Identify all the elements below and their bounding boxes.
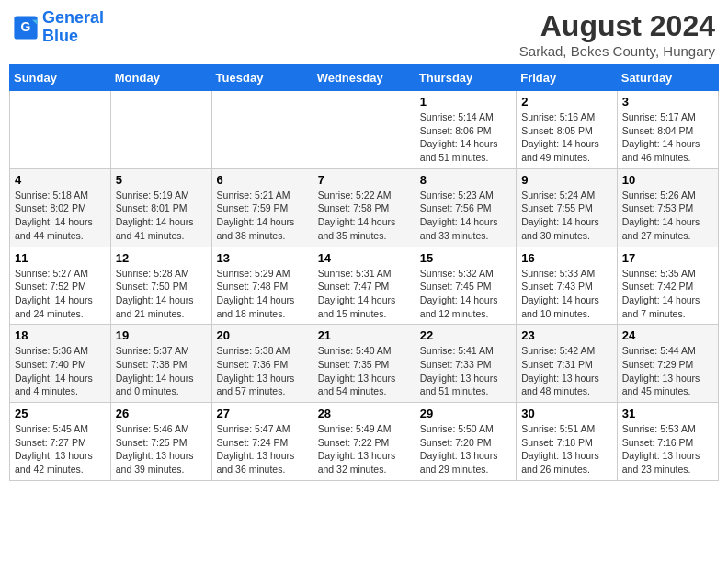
days-of-week-row: SundayMondayTuesdayWednesdayThursdayFrid… xyxy=(10,65,719,91)
logo: G General Blue xyxy=(13,9,104,46)
calendar-cell: 28Sunrise: 5:49 AM Sunset: 7:22 PM Dayli… xyxy=(313,403,415,481)
day-number: 16 xyxy=(521,251,612,265)
day-number: 25 xyxy=(15,407,106,420)
day-info: Sunrise: 5:18 AM Sunset: 8:02 PM Dayligh… xyxy=(15,189,106,243)
day-number: 11 xyxy=(15,251,106,265)
calendar-cell: 18Sunrise: 5:36 AM Sunset: 7:40 PM Dayli… xyxy=(10,325,111,403)
day-info: Sunrise: 5:47 AM Sunset: 7:24 PM Dayligh… xyxy=(217,422,308,477)
calendar-cell: 15Sunrise: 5:32 AM Sunset: 7:45 PM Dayli… xyxy=(415,247,516,325)
day-number: 18 xyxy=(15,328,106,342)
calendar-cell xyxy=(110,91,211,169)
calendar-week-1: 1Sunrise: 5:14 AM Sunset: 8:06 PM Daylig… xyxy=(10,91,719,169)
day-number: 26 xyxy=(116,407,207,420)
main-title: August 2024 xyxy=(519,9,715,43)
calendar-week-4: 18Sunrise: 5:36 AM Sunset: 7:40 PM Dayli… xyxy=(10,325,719,403)
calendar-cell: 11Sunrise: 5:27 AM Sunset: 7:52 PM Dayli… xyxy=(10,247,111,325)
day-number: 3 xyxy=(622,95,713,109)
day-info: Sunrise: 5:45 AM Sunset: 7:27 PM Dayligh… xyxy=(15,422,106,477)
calendar-cell: 25Sunrise: 5:45 AM Sunset: 7:27 PM Dayli… xyxy=(10,403,111,481)
logo-blue: Blue xyxy=(42,27,78,45)
logo-general: General xyxy=(42,8,104,27)
calendar-cell: 10Sunrise: 5:26 AM Sunset: 7:53 PM Dayli… xyxy=(617,168,718,247)
day-info: Sunrise: 5:33 AM Sunset: 7:43 PM Dayligh… xyxy=(521,267,612,321)
day-info: Sunrise: 5:50 AM Sunset: 7:20 PM Dayligh… xyxy=(420,422,511,477)
calendar-cell: 19Sunrise: 5:37 AM Sunset: 7:38 PM Dayli… xyxy=(110,325,211,403)
day-number: 6 xyxy=(217,173,308,187)
day-info: Sunrise: 5:46 AM Sunset: 7:25 PM Dayligh… xyxy=(116,422,207,477)
day-number: 27 xyxy=(217,407,308,420)
calendar-cell: 13Sunrise: 5:29 AM Sunset: 7:48 PM Dayli… xyxy=(211,247,313,325)
day-info: Sunrise: 5:14 AM Sunset: 8:06 PM Dayligh… xyxy=(420,110,511,165)
calendar-cell: 29Sunrise: 5:50 AM Sunset: 7:20 PM Dayli… xyxy=(415,403,516,481)
calendar-cell: 31Sunrise: 5:53 AM Sunset: 7:16 PM Dayli… xyxy=(617,403,718,481)
page-header: G General Blue August 2024 Sarkad, Bekes… xyxy=(9,9,719,59)
calendar-cell: 20Sunrise: 5:38 AM Sunset: 7:36 PM Dayli… xyxy=(211,325,313,403)
calendar-cell: 27Sunrise: 5:47 AM Sunset: 7:24 PM Dayli… xyxy=(211,403,313,481)
sub-title: Sarkad, Bekes County, Hungary xyxy=(519,43,715,59)
calendar-cell: 8Sunrise: 5:23 AM Sunset: 7:56 PM Daylig… xyxy=(415,168,516,247)
day-info: Sunrise: 5:27 AM Sunset: 7:52 PM Dayligh… xyxy=(15,267,106,321)
calendar-week-5: 25Sunrise: 5:45 AM Sunset: 7:27 PM Dayli… xyxy=(10,403,719,481)
day-number: 20 xyxy=(217,328,308,342)
calendar-cell: 26Sunrise: 5:46 AM Sunset: 7:25 PM Dayli… xyxy=(110,403,211,481)
day-info: Sunrise: 5:23 AM Sunset: 7:56 PM Dayligh… xyxy=(420,189,511,243)
calendar-cell: 7Sunrise: 5:22 AM Sunset: 7:58 PM Daylig… xyxy=(313,168,415,247)
day-info: Sunrise: 5:16 AM Sunset: 8:05 PM Dayligh… xyxy=(521,110,612,165)
day-info: Sunrise: 5:26 AM Sunset: 7:53 PM Dayligh… xyxy=(622,189,713,243)
day-info: Sunrise: 5:42 AM Sunset: 7:31 PM Dayligh… xyxy=(521,344,612,398)
day-info: Sunrise: 5:41 AM Sunset: 7:33 PM Dayligh… xyxy=(420,344,511,398)
calendar-body: 1Sunrise: 5:14 AM Sunset: 8:06 PM Daylig… xyxy=(10,91,719,481)
calendar-cell: 5Sunrise: 5:19 AM Sunset: 8:01 PM Daylig… xyxy=(110,168,211,247)
calendar-week-3: 11Sunrise: 5:27 AM Sunset: 7:52 PM Dayli… xyxy=(10,247,719,325)
day-header-sunday: Sunday xyxy=(10,65,111,91)
day-number: 8 xyxy=(420,173,511,187)
day-number: 19 xyxy=(116,328,207,342)
calendar-cell: 24Sunrise: 5:44 AM Sunset: 7:29 PM Dayli… xyxy=(617,325,718,403)
svg-text:G: G xyxy=(21,19,31,34)
day-number: 7 xyxy=(318,173,410,187)
day-info: Sunrise: 5:35 AM Sunset: 7:42 PM Dayligh… xyxy=(622,267,713,321)
calendar-cell: 21Sunrise: 5:40 AM Sunset: 7:35 PM Dayli… xyxy=(313,325,415,403)
calendar-cell: 6Sunrise: 5:21 AM Sunset: 7:59 PM Daylig… xyxy=(211,168,313,247)
calendar-table: SundayMondayTuesdayWednesdayThursdayFrid… xyxy=(9,64,719,481)
day-number: 23 xyxy=(521,328,612,342)
calendar-week-2: 4Sunrise: 5:18 AM Sunset: 8:02 PM Daylig… xyxy=(10,168,719,247)
calendar-cell: 14Sunrise: 5:31 AM Sunset: 7:47 PM Dayli… xyxy=(313,247,415,325)
day-header-monday: Monday xyxy=(110,65,211,91)
title-section: August 2024 Sarkad, Bekes County, Hungar… xyxy=(519,9,715,59)
day-number: 2 xyxy=(521,95,612,109)
day-number: 12 xyxy=(116,251,207,265)
day-info: Sunrise: 5:31 AM Sunset: 7:47 PM Dayligh… xyxy=(318,267,410,321)
day-info: Sunrise: 5:24 AM Sunset: 7:55 PM Dayligh… xyxy=(521,189,612,243)
day-info: Sunrise: 5:19 AM Sunset: 8:01 PM Dayligh… xyxy=(116,189,207,243)
calendar-cell: 23Sunrise: 5:42 AM Sunset: 7:31 PM Dayli… xyxy=(517,325,618,403)
day-info: Sunrise: 5:49 AM Sunset: 7:22 PM Dayligh… xyxy=(318,422,410,477)
day-number: 4 xyxy=(15,173,106,187)
day-number: 24 xyxy=(622,328,713,342)
day-info: Sunrise: 5:28 AM Sunset: 7:50 PM Dayligh… xyxy=(116,267,207,321)
calendar-cell: 30Sunrise: 5:51 AM Sunset: 7:18 PM Dayli… xyxy=(517,403,618,481)
calendar-cell xyxy=(10,91,111,169)
day-header-tuesday: Tuesday xyxy=(211,65,313,91)
day-number: 1 xyxy=(420,95,511,109)
day-header-thursday: Thursday xyxy=(415,65,516,91)
calendar-cell: 22Sunrise: 5:41 AM Sunset: 7:33 PM Dayli… xyxy=(415,325,516,403)
day-number: 14 xyxy=(318,251,410,265)
day-number: 17 xyxy=(622,251,713,265)
calendar-cell: 4Sunrise: 5:18 AM Sunset: 8:02 PM Daylig… xyxy=(10,168,111,247)
day-info: Sunrise: 5:17 AM Sunset: 8:04 PM Dayligh… xyxy=(622,110,713,165)
calendar-cell: 12Sunrise: 5:28 AM Sunset: 7:50 PM Dayli… xyxy=(110,247,211,325)
day-info: Sunrise: 5:32 AM Sunset: 7:45 PM Dayligh… xyxy=(420,267,511,321)
day-info: Sunrise: 5:22 AM Sunset: 7:58 PM Dayligh… xyxy=(318,189,410,243)
day-info: Sunrise: 5:36 AM Sunset: 7:40 PM Dayligh… xyxy=(15,344,106,398)
day-info: Sunrise: 5:53 AM Sunset: 7:16 PM Dayligh… xyxy=(622,422,713,477)
day-number: 31 xyxy=(622,407,713,420)
day-number: 13 xyxy=(217,251,308,265)
day-info: Sunrise: 5:29 AM Sunset: 7:48 PM Dayligh… xyxy=(217,267,308,321)
calendar-cell: 16Sunrise: 5:33 AM Sunset: 7:43 PM Dayli… xyxy=(517,247,618,325)
day-number: 21 xyxy=(318,328,410,342)
calendar-cell xyxy=(211,91,313,169)
day-header-friday: Friday xyxy=(517,65,618,91)
day-header-wednesday: Wednesday xyxy=(313,65,415,91)
calendar-cell xyxy=(313,91,415,169)
